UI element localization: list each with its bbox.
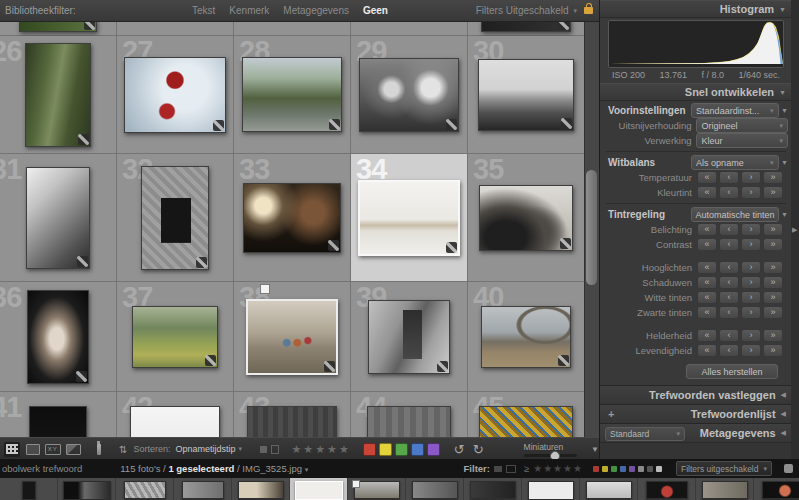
photo-thumbnail[interactable]: [478, 59, 574, 131]
photo-thumbnail[interactable]: [19, 22, 97, 32]
decrease-large-button[interactable]: «: [697, 344, 717, 357]
photo-thumbnail[interactable]: [481, 22, 571, 32]
metadata-badge-icon[interactable]: [196, 257, 207, 268]
treatment-dropdown[interactable]: Kleur ▾: [696, 133, 788, 148]
filmstrip-thumbnail[interactable]: [22, 481, 36, 500]
increase-button[interactable]: ›: [741, 276, 761, 289]
color-filter-dot[interactable]: [611, 466, 617, 472]
filmstrip-thumbnail[interactable]: [63, 481, 111, 500]
sort-value-dropdown[interactable]: Opnametijdstip: [176, 444, 236, 454]
decrease-large-button[interactable]: «: [697, 291, 717, 304]
chevron-down-icon[interactable]: ▾: [305, 466, 309, 473]
photo-thumbnail[interactable]: [130, 406, 220, 437]
thumbnail-size-slider[interactable]: [524, 454, 578, 457]
increase-button[interactable]: ›: [741, 238, 761, 251]
grid-cell[interactable]: 27: [117, 36, 233, 153]
grid-cell[interactable]: 29: [351, 36, 467, 153]
increase-large-button[interactable]: »: [763, 306, 783, 319]
increase-button[interactable]: ›: [741, 171, 761, 184]
filter-toggle-icon[interactable]: [784, 464, 793, 473]
painter-spray-icon[interactable]: [97, 444, 101, 455]
filter-tab[interactable]: Kenmerk: [229, 5, 269, 16]
metadata-badge-icon[interactable]: [328, 240, 339, 251]
decrease-button[interactable]: ‹: [719, 223, 739, 236]
section-disclosure-icon[interactable]: ▼: [779, 211, 788, 218]
decrease-button[interactable]: ‹: [719, 186, 739, 199]
photo-thumbnail[interactable]: [481, 306, 571, 368]
star-rating-icons[interactable]: ★★★★★: [291, 443, 350, 456]
increase-large-button[interactable]: »: [763, 223, 783, 236]
filmstrip-cell[interactable]: [754, 478, 799, 500]
decrease-large-button[interactable]: «: [697, 171, 717, 184]
filter-tab[interactable]: Metagegevens: [283, 5, 349, 16]
metadata-badge-icon[interactable]: [446, 242, 457, 253]
increase-large-button[interactable]: »: [763, 186, 783, 199]
histogram-chart[interactable]: [608, 20, 784, 68]
photo-thumbnail[interactable]: [368, 300, 450, 374]
grid-cell[interactable]: 37: [117, 282, 233, 391]
metadata-badge-icon[interactable]: [76, 371, 87, 382]
color-label-chip[interactable]: [395, 443, 408, 456]
keywording-header[interactable]: Trefwoorden vastleggen ◀: [600, 385, 792, 404]
decrease-button[interactable]: ‹: [719, 344, 739, 357]
photo-thumbnail[interactable]: [29, 406, 87, 437]
increase-button[interactable]: ›: [741, 344, 761, 357]
increase-large-button[interactable]: »: [763, 276, 783, 289]
grid-cell[interactable]: 38: [234, 282, 350, 391]
photo-thumbnail[interactable]: [479, 406, 573, 437]
increase-button[interactable]: ›: [741, 306, 761, 319]
pick-flag-icon[interactable]: [260, 446, 267, 453]
grid-cell[interactable]: 34: [351, 154, 467, 281]
grid-cell[interactable]: [468, 22, 584, 35]
metadata-badge-icon[interactable]: [77, 256, 88, 267]
increase-button[interactable]: ›: [741, 329, 761, 342]
add-keyword-icon[interactable]: +: [608, 408, 614, 420]
metadata-badge-icon[interactable]: [84, 22, 95, 30]
photo-thumbnail[interactable]: [359, 58, 459, 132]
grid-cell[interactable]: [234, 22, 350, 35]
metadata-badge-icon[interactable]: [560, 238, 571, 249]
metadata-preset-dropdown[interactable]: Standaard ▾: [605, 427, 685, 441]
grid-cell[interactable]: 26: [0, 36, 116, 153]
increase-button[interactable]: ›: [741, 261, 761, 274]
filmstrip-thumbnail[interactable]: [528, 481, 574, 500]
stack-badge-icon[interactable]: [260, 284, 270, 294]
color-label-chip[interactable]: [379, 443, 392, 456]
decrease-button[interactable]: ‹: [719, 291, 739, 304]
filmstrip-cell[interactable]: [464, 478, 522, 500]
rating-filter-stars[interactable]: ★★★★★: [533, 463, 583, 474]
filmstrip-cell[interactable]: [58, 478, 116, 500]
compare-view-button[interactable]: XY: [45, 442, 61, 457]
grid-cell[interactable]: 42: [117, 392, 233, 437]
decrease-large-button[interactable]: «: [697, 306, 717, 319]
chevron-down-icon[interactable]: ▾: [573, 7, 577, 15]
photo-thumbnail[interactable]: [358, 180, 460, 256]
photo-thumbnail[interactable]: [27, 290, 89, 384]
filmstrip-thumbnail[interactable]: [354, 481, 400, 499]
filmstrip-cell[interactable]: [580, 478, 638, 500]
metadata-badge-icon[interactable]: [213, 120, 224, 131]
decrease-button[interactable]: ‹: [719, 306, 739, 319]
color-filter-dot[interactable]: [638, 466, 644, 472]
decrease-large-button[interactable]: «: [697, 329, 717, 342]
histogram-header[interactable]: Histogram ▼: [600, 0, 792, 18]
decrease-large-button[interactable]: «: [697, 223, 717, 236]
filter-lock-icon[interactable]: [584, 7, 593, 14]
grid-cell[interactable]: 43: [234, 392, 350, 437]
rotate-left-icon[interactable]: ↺: [454, 442, 465, 457]
auto-tone-button[interactable]: Automatische tinten: [691, 207, 778, 222]
photo-thumbnail[interactable]: [367, 406, 451, 437]
increase-button[interactable]: ›: [741, 186, 761, 199]
color-filter-dot[interactable]: [620, 466, 626, 472]
photo-thumbnail[interactable]: [25, 43, 91, 147]
grid-cell[interactable]: 39: [351, 282, 467, 391]
photo-thumbnail[interactable]: [124, 57, 226, 133]
color-filter-dot[interactable]: [656, 466, 662, 472]
decrease-large-button[interactable]: «: [697, 261, 717, 274]
sort-direction-icon[interactable]: ⇅: [119, 444, 127, 455]
increase-button[interactable]: ›: [741, 223, 761, 236]
grid-cell[interactable]: [0, 22, 116, 35]
grid-cell[interactable]: 44: [351, 392, 467, 437]
pick-flag-filter-icon[interactable]: [494, 466, 502, 472]
filmstrip-thumbnail[interactable]: [762, 481, 799, 499]
